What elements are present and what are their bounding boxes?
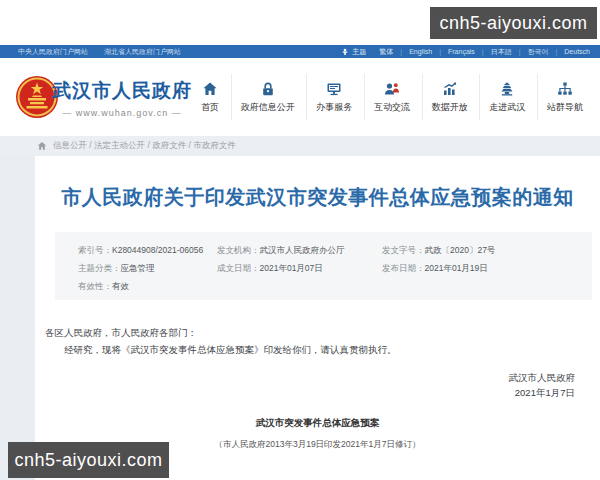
chart-icon [442, 81, 458, 97]
breadcrumb-path[interactable]: 信息公开 / 法定主动公开 / 政府文件 / 市政府文件 [53, 140, 236, 152]
people-icon [384, 81, 400, 97]
nav-label: 政府信息公开 [241, 101, 295, 114]
meta-topic-category: 主题分类：应急管理 [78, 263, 217, 281]
signature-org: 武汉市人民政府 [45, 370, 575, 385]
theme-entry[interactable]: 主题 [341, 47, 366, 57]
document-meta-table: 索引号：K28044908/2021-06056 发文机构：武汉市人民政府办公厅… [55, 232, 592, 300]
lang-english[interactable]: English [400, 48, 432, 55]
nav-item-open-data[interactable]: 数据开放 [422, 74, 477, 120]
tower-icon [499, 81, 515, 97]
main-nav: 首页 政府信息公开 办事服务 互动交流 [192, 58, 592, 136]
lang-japanese[interactable]: 日本語 [482, 47, 512, 57]
home-icon [202, 81, 218, 97]
body-paragraph: 经研究，现将《武汉市突发事件总体应急预案》印发给你们，请认真贯彻执行。 [45, 341, 590, 358]
lang-korean[interactable]: 한국어 [519, 47, 549, 57]
monitor-icon [326, 81, 342, 97]
nav-item-interaction[interactable]: 互动交流 [364, 74, 419, 120]
lang-german[interactable]: Deutsch [555, 48, 590, 55]
breadcrumb: 信息公开 / 法定主动公开 / 政府文件 / 市政府文件 [0, 136, 600, 156]
nav-item-home[interactable]: 首页 [192, 74, 228, 120]
link-central-gov[interactable]: 中央人民政府门户网站 [18, 47, 88, 57]
signature-block: 武汉市人民政府 2021年1月7日 [45, 370, 590, 400]
nav-label: 站群导航 [547, 101, 583, 114]
accessibility-icon [341, 48, 349, 56]
nav-item-services[interactable]: 办事服务 [306, 74, 361, 120]
lang-traditional[interactable]: 繁体 [379, 47, 393, 57]
site-name[interactable]: 武汉市人民政府 [52, 78, 192, 104]
lock-icon [260, 81, 276, 97]
watermark-text: cnh5-aiyouxi.com [439, 13, 587, 34]
nav-item-gov-info-disclosure[interactable]: 政府信息公开 [231, 74, 304, 120]
document-title: 市人民政府关于印发武汉市突发事件总体应急预案的通知 [35, 184, 600, 211]
body-salutation: 各区人民政府，市人民政府各部门： [45, 324, 590, 341]
site-identity: 武汉市人民政府 — www.wuhan.gov.cn — [52, 78, 192, 118]
watermark-badge-bottom: cnh5-aiyouxi.com [8, 442, 169, 478]
sitemap-icon [557, 81, 573, 97]
breadcrumb-home-icon[interactable] [37, 141, 47, 151]
page: cnh5-aiyouxi.com 中央人民政府门户网站 湖北省人民政府门户网站 … [0, 0, 600, 480]
nav-label: 办事服务 [316, 101, 352, 114]
document-card: 市人民政府关于印发武汉市突发事件总体应急预案的通知 索引号：K28044908/… [35, 156, 600, 480]
site-header: 武汉市人民政府 — www.wuhan.gov.cn — 首页 政府信息公开 [0, 58, 600, 136]
nav-label: 首页 [201, 101, 219, 114]
nav-label: 走进武汉 [489, 101, 525, 114]
site-url: — www.wuhan.gov.cn — [52, 108, 192, 118]
meta-written-date: 成文日期：2021年01月07日 [217, 263, 382, 281]
link-hubei-gov[interactable]: 湖北省人民政府门户网站 [104, 47, 181, 57]
nav-label: 数据开放 [432, 101, 468, 114]
topbar-links: 中央人民政府门户网站 湖北省人民政府门户网站 [18, 47, 181, 57]
topbar: 中央人民政府门户网站 湖北省人民政府门户网站 主题 繁体 English Fra… [0, 45, 600, 58]
lang-french[interactable]: Français [439, 48, 475, 55]
watermark-text: cnh5-aiyouxi.com [14, 450, 162, 471]
meta-validity: 有效性：有效 [78, 281, 217, 299]
nav-item-site-directory[interactable]: 站群导航 [537, 74, 592, 120]
theme-label: 主题 [352, 47, 366, 57]
meta-issuing-agency: 发文机构：武汉市人民政府办公厅 [217, 245, 382, 263]
document-body: 各区人民政府，市人民政府各部门： 经研究，现将《武汉市突发事件总体应急预案》印发… [45, 324, 590, 453]
nav-label: 互动交流 [374, 101, 410, 114]
meta-document-number: 发文字号：武政〔2020〕27号 [382, 245, 592, 263]
nav-item-about-wuhan[interactable]: 走进武汉 [479, 74, 534, 120]
signature-date: 2021年1月7日 [45, 385, 575, 400]
meta-index-number: 索引号：K28044908/2021-06056 [78, 245, 217, 263]
topbar-language-switcher: 主题 繁体 English Français 日本語 한국어 Deutsch [341, 47, 590, 57]
meta-publish-date: 发布日期：2021年01月19日 [382, 263, 592, 281]
watermark-badge-top: cnh5-aiyouxi.com [430, 7, 597, 39]
attachment-title: 武汉市突发事件总体应急预案 [45, 414, 590, 431]
